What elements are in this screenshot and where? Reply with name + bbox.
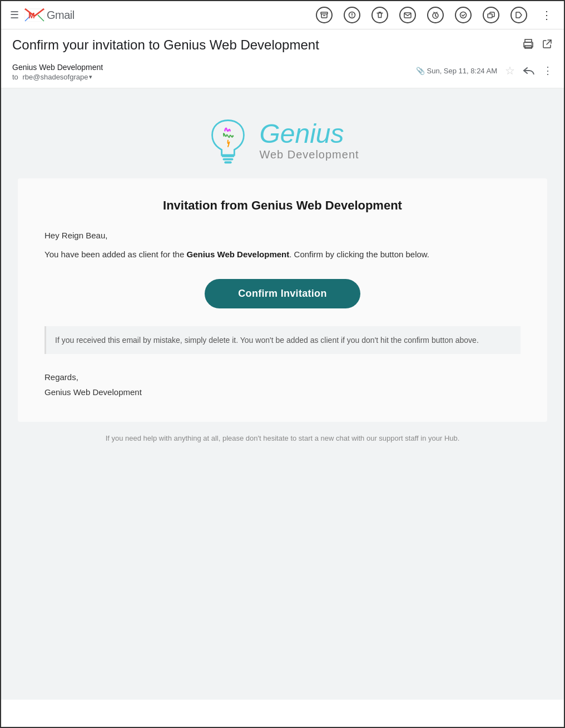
snooze-icon[interactable]	[427, 7, 444, 23]
confirm-button-wrap: Confirm Invitation	[44, 279, 521, 308]
gmail-m-icon: M	[24, 7, 44, 23]
confirm-invitation-button[interactable]: Confirm Invitation	[205, 279, 360, 308]
gmail-label: Gmail	[47, 9, 75, 22]
svg-text:M: M	[28, 11, 35, 20]
regards-line1: Regards,	[44, 370, 521, 385]
archive-icon[interactable]	[316, 7, 333, 23]
email-body-bold: Genius Web Development	[186, 250, 289, 259]
regards-line2: Genius Web Development	[44, 385, 521, 400]
open-in-new-icon[interactable]	[542, 38, 553, 52]
email-regards: Regards, Genius Web Development	[44, 370, 521, 400]
email-meta-right: 📎 Sun, Sep 11, 8:24 AM ☆ ⋮	[416, 64, 553, 77]
svg-rect-14	[222, 155, 235, 157]
svg-point-13	[531, 43, 532, 44]
print-icon[interactable]	[523, 38, 534, 52]
svg-rect-3	[321, 12, 328, 14]
email-body-text: You have been added as client for the Ge…	[44, 248, 521, 261]
email-date: 📎 Sun, Sep 11, 8:24 AM	[416, 67, 497, 75]
toolbar-icons: ⋮	[316, 7, 555, 23]
move-icon[interactable]	[483, 7, 499, 23]
svg-point-5	[351, 16, 353, 17]
svg-rect-16	[225, 161, 232, 163]
email-greeting: Hey Reign Beau,	[44, 231, 521, 240]
gmail-logo: M Gmail	[24, 7, 75, 23]
hamburger-menu-icon[interactable]: ☰	[10, 9, 19, 21]
email-card-title: Invitation from Genius Web Development	[44, 198, 521, 213]
brand-web-dev-text: Web Development	[259, 148, 359, 161]
email-body-part1: You have been added as client for the	[44, 250, 186, 259]
email-footer: If you need help with anything at all, p…	[18, 422, 547, 461]
brand-genius-text: Genius	[259, 119, 359, 149]
sender-meta: Genius Web Development to rbe@shadesofgr…	[1, 58, 564, 88]
reply-all-icon[interactable]	[523, 64, 535, 77]
sender-info: Genius Web Development to rbe@shadesofgr…	[12, 63, 416, 81]
mark-unread-icon[interactable]	[399, 7, 416, 23]
email-subject-title: Confirm your invitation to Genius Web De…	[12, 37, 516, 53]
subject-action-icons	[523, 38, 553, 52]
chevron-down-icon[interactable]: ▾	[89, 73, 92, 81]
footer-text: If you need help with anything at all, p…	[106, 434, 460, 442]
email-date-text: Sun, Sep 11, 8:24 AM	[427, 67, 497, 75]
delete-icon[interactable]	[371, 7, 388, 23]
email-disclaimer: If you received this email by mistake, s…	[44, 326, 521, 354]
attachment-icon: 📎	[416, 67, 425, 75]
email-body-area: Genius Web Development Invitation from G…	[1, 88, 564, 700]
svg-point-8	[460, 12, 467, 18]
brand-name: Genius Web Development	[259, 119, 359, 161]
label-icon[interactable]	[511, 7, 527, 23]
svg-rect-15	[223, 158, 234, 161]
sender-name: Genius Web Development	[12, 63, 416, 72]
report-icon[interactable]	[344, 7, 360, 23]
email-card: Invitation from Genius Web Development H…	[18, 178, 547, 422]
star-icon[interactable]: ☆	[505, 64, 515, 77]
sender-to-email[interactable]: rbe@shadesofgrape	[22, 73, 88, 81]
brand-header: Genius Web Development	[18, 102, 547, 176]
sender-to-label: to	[12, 73, 18, 81]
toolbar-left: ☰ M Gmail	[10, 7, 75, 23]
add-task-icon[interactable]	[455, 7, 472, 23]
sender-to: to rbe@shadesofgrape ▾	[12, 73, 416, 81]
brand-logo-icon	[206, 115, 250, 165]
email-subject-bar: Confirm your invitation to Genius Web De…	[1, 29, 564, 58]
email-body-part2: . Confirm by clicking the button below.	[289, 250, 429, 259]
toolbar: ☰ M Gmail	[1, 1, 564, 29]
email-more-icon[interactable]: ⋮	[543, 64, 553, 77]
svg-rect-9	[488, 14, 492, 18]
toolbar-more-icon[interactable]: ⋮	[538, 7, 555, 23]
